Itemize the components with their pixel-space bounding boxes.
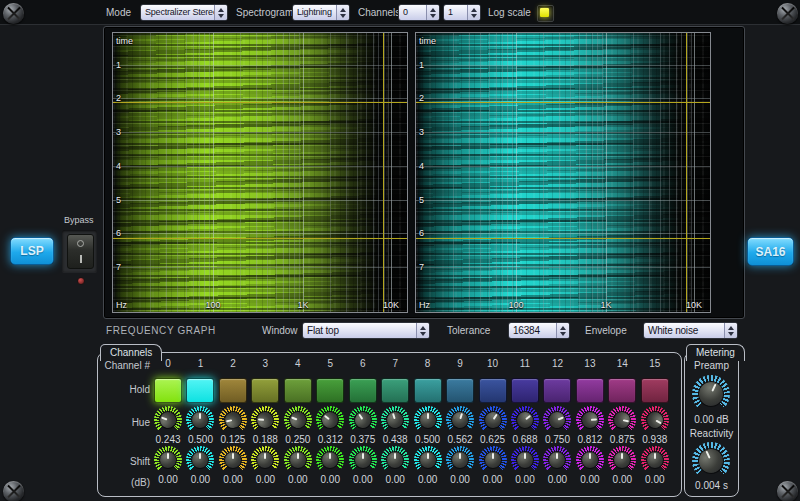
hold-button-2[interactable] <box>219 378 247 403</box>
knob-pointer <box>362 453 364 459</box>
frequency-gridline <box>289 33 290 312</box>
hold-button-3[interactable] <box>251 378 279 403</box>
hue-knob-9[interactable] <box>446 406 474 434</box>
hue-knob-10[interactable] <box>479 406 507 434</box>
hold-button-11[interactable] <box>511 378 539 403</box>
envelope-select-arrows[interactable] <box>724 323 737 338</box>
hold-button-10[interactable] <box>479 378 507 403</box>
hold-button-6[interactable] <box>349 378 377 403</box>
channel-a-spinner[interactable]: 0 <box>398 4 440 21</box>
shift-knob-6[interactable] <box>349 446 377 474</box>
knob-cap <box>224 451 242 469</box>
knob-pointer <box>623 419 629 422</box>
shift-knob-5[interactable] <box>316 446 344 474</box>
hue-knob-14[interactable] <box>608 406 636 434</box>
shift-knob-0[interactable] <box>154 446 182 474</box>
shift-knob-1[interactable] <box>186 446 214 474</box>
hue-knob-0[interactable] <box>154 406 182 434</box>
frequency-graph-title: FREQUENCY GRAPH <box>106 322 216 339</box>
tolerance-arrows[interactable] <box>556 323 569 338</box>
channel-number-13: 13 <box>584 358 595 374</box>
time-tick-label: 3 <box>116 127 121 137</box>
hue-knob-4[interactable] <box>284 406 312 434</box>
shift-knob-15[interactable] <box>641 446 669 474</box>
frequency-gridline <box>453 33 454 312</box>
hold-button-5[interactable] <box>316 378 344 403</box>
hue-knob-7[interactable] <box>381 406 409 434</box>
hold-button-9[interactable] <box>446 378 474 403</box>
preamp-knob[interactable] <box>692 375 730 413</box>
hue-knob-12[interactable] <box>543 406 571 434</box>
freq-tick-label: 10K <box>383 300 399 310</box>
channel-number-0: 0 <box>165 358 171 374</box>
hold-button-13[interactable] <box>576 378 604 403</box>
shift-knob-10[interactable] <box>479 446 507 474</box>
shift-knob-2[interactable] <box>219 446 247 474</box>
shift-knob-4[interactable] <box>284 446 312 474</box>
frequency-gridline <box>592 33 593 312</box>
knob-pointer <box>492 453 494 459</box>
channel-column-4: 40.2500.00 <box>283 358 313 486</box>
hold-button-12[interactable] <box>543 378 571 403</box>
channel-a-arrows[interactable] <box>426 5 439 20</box>
hue-knob-13[interactable] <box>576 406 604 434</box>
time-gridline <box>416 98 710 99</box>
hue-value-12: 0.750 <box>545 434 570 446</box>
bypass-switch[interactable] <box>67 234 94 269</box>
frequency-marker-line <box>686 33 687 312</box>
shift-db-value-7: 0.00 <box>385 474 404 486</box>
channels-group-tab: Channels <box>100 344 162 361</box>
shift-knob-13[interactable] <box>576 446 604 474</box>
hue-knob-5[interactable] <box>316 406 344 434</box>
frequency-gridline <box>373 33 374 312</box>
spectrogram-frame: time1234567Hz1001K10K time1234567Hz1001K… <box>103 26 745 319</box>
hue-knob-15[interactable] <box>641 406 669 434</box>
window-select[interactable]: Flat top <box>302 322 430 339</box>
hold-button-7[interactable] <box>381 378 409 403</box>
shift-row-label: Shift <box>98 456 150 467</box>
envelope-select[interactable]: White noise <box>643 322 738 339</box>
channel-number-10: 10 <box>487 358 498 374</box>
shift-knob-8[interactable] <box>414 446 442 474</box>
knob-cap <box>354 451 372 469</box>
shift-db-value-5: 0.00 <box>321 474 340 486</box>
spectrogram-right-texture <box>416 33 710 312</box>
shift-db-value-10: 0.00 <box>483 474 502 486</box>
knob-pointer <box>556 453 558 459</box>
hold-button-15[interactable] <box>641 378 669 403</box>
spectrogram-select-value: Lightning <box>293 5 336 20</box>
log-scale-checkbox[interactable] <box>537 5 554 22</box>
shift-knob-7[interactable] <box>381 446 409 474</box>
knob-pointer <box>459 413 463 419</box>
hue-knob-cell-8 <box>414 406 442 434</box>
shift-knob-3[interactable] <box>251 446 279 474</box>
tolerance-spinner[interactable]: 16384 <box>508 322 570 339</box>
mode-select-arrows[interactable] <box>214 5 227 20</box>
spectrogram-select[interactable]: Lightning <box>292 4 350 21</box>
hue-knob-11[interactable] <box>511 406 539 434</box>
hold-button-0[interactable] <box>154 378 182 403</box>
shift-knob-11[interactable] <box>511 446 539 474</box>
hold-button-4[interactable] <box>284 378 312 403</box>
shift-knob-12[interactable] <box>543 446 571 474</box>
mode-select[interactable]: Spectralizer Stereo <box>140 4 228 21</box>
hold-cell-9 <box>446 374 474 406</box>
spectrogram-select-arrows[interactable] <box>336 5 349 20</box>
channel-b-arrows[interactable] <box>467 5 480 20</box>
reactivity-knob[interactable] <box>692 442 730 480</box>
hold-button-1[interactable] <box>186 378 214 403</box>
hue-knob-3[interactable] <box>251 406 279 434</box>
hold-button-8[interactable] <box>414 378 442 403</box>
hue-knob-1[interactable] <box>186 406 214 434</box>
channel-b-spinner[interactable]: 1 <box>443 4 481 21</box>
hue-knob-8[interactable] <box>414 406 442 434</box>
hold-button-14[interactable] <box>608 378 636 403</box>
hue-knob-2[interactable] <box>219 406 247 434</box>
mode-label: Mode <box>106 4 131 21</box>
shift-knob-14[interactable] <box>608 446 636 474</box>
shift-knob-9[interactable] <box>446 446 474 474</box>
window-select-arrows[interactable] <box>416 323 429 338</box>
frequency-gridline <box>388 33 389 312</box>
lsp-logo-button[interactable]: LSP <box>10 237 54 265</box>
hue-knob-6[interactable] <box>349 406 377 434</box>
